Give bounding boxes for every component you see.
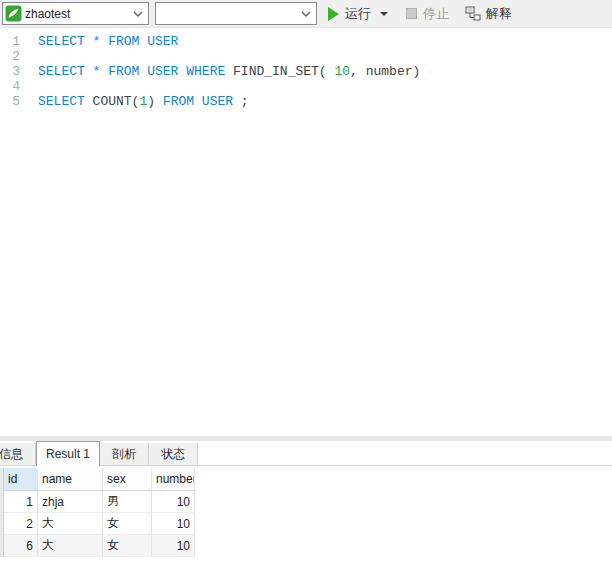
sql-token-number: 10 bbox=[334, 64, 350, 79]
line-number: 3 bbox=[0, 64, 20, 79]
stop-icon bbox=[406, 8, 417, 19]
chevron-down-icon bbox=[130, 11, 146, 17]
line-number: 1 bbox=[0, 34, 20, 49]
grid-cell[interactable]: 10 bbox=[152, 535, 195, 557]
code-line[interactable]: SELECT * FROM USER WHERE FIND_IN_SET( 10… bbox=[38, 64, 420, 79]
line-number-gutter: 12345 bbox=[0, 34, 20, 436]
sql-token-plain: ; bbox=[241, 94, 249, 109]
explain-label: 解释 bbox=[486, 5, 512, 23]
sql-token-plain: FIND_IN_SET( bbox=[233, 64, 334, 79]
grid-cell[interactable]: 大 bbox=[38, 513, 103, 535]
grid-cell[interactable]: 女 bbox=[103, 535, 152, 557]
tab-result-1[interactable]: Result 1 bbox=[36, 441, 100, 466]
explain-button[interactable]: 解释 bbox=[462, 1, 515, 27]
sql-token-plain: ) bbox=[147, 94, 163, 109]
result-tabbar: 信息Result 1剖析状态 bbox=[0, 441, 612, 466]
sql-token-keyword: SELECT bbox=[38, 94, 93, 109]
code-area[interactable]: SELECT * FROM USER SELECT * FROM USER WH… bbox=[20, 34, 420, 436]
table-row: 2大女10 bbox=[0, 513, 612, 535]
column-header-id[interactable]: id bbox=[4, 468, 38, 491]
column-header-sex[interactable]: sex bbox=[103, 468, 152, 491]
explain-plan-icon bbox=[465, 6, 481, 21]
table-row: 6大女10 bbox=[0, 535, 612, 557]
run-button[interactable]: 运行 bbox=[325, 1, 374, 27]
tab-剖析[interactable]: 剖析 bbox=[100, 443, 149, 465]
code-line[interactable] bbox=[38, 49, 420, 64]
grid-cell[interactable]: 女 bbox=[103, 513, 152, 535]
database-select[interactable] bbox=[155, 2, 317, 25]
column-header-name[interactable]: name bbox=[38, 468, 103, 491]
grid-cell[interactable]: 10 bbox=[152, 491, 195, 513]
connection-value: zhaotest bbox=[25, 7, 130, 21]
grid-cell[interactable]: 1 bbox=[4, 491, 38, 513]
caret-down-icon bbox=[380, 12, 388, 16]
grid-cell[interactable]: 大 bbox=[38, 535, 103, 557]
grid-header-row: idnamesexnumber bbox=[0, 468, 612, 491]
code-line[interactable]: SELECT * FROM USER bbox=[38, 34, 420, 49]
grid-cell[interactable]: 2 bbox=[4, 513, 38, 535]
grid-body: 1zhja男102大女106大女10 bbox=[0, 491, 612, 557]
grid-cell[interactable]: 10 bbox=[152, 513, 195, 535]
line-number: 2 bbox=[0, 49, 20, 64]
sql-token-keyword: SELECT * FROM USER WHERE bbox=[38, 64, 233, 79]
sql-token-plain: , number) bbox=[350, 64, 420, 79]
code-line[interactable]: SELECT COUNT(1) FROM USER ; bbox=[38, 94, 420, 109]
column-header-number[interactable]: number bbox=[152, 468, 195, 491]
query-window: zhaotest 运行 停止 bbox=[0, 0, 612, 582]
tab-信息[interactable]: 信息 bbox=[0, 443, 36, 465]
sql-editor[interactable]: 12345 SELECT * FROM USER SELECT * FROM U… bbox=[0, 28, 612, 436]
run-label: 运行 bbox=[345, 5, 371, 23]
connection-icon bbox=[5, 5, 22, 22]
stop-label: 停止 bbox=[423, 5, 449, 23]
query-toolbar: zhaotest 运行 停止 bbox=[0, 0, 612, 28]
stop-button[interactable]: 停止 bbox=[403, 1, 452, 27]
chevron-down-icon bbox=[298, 11, 314, 17]
result-grid: idnamesexnumber 1zhja男102大女106大女10 bbox=[0, 466, 612, 557]
table-row: 1zhja男10 bbox=[0, 491, 612, 513]
run-options-caret[interactable] bbox=[375, 1, 393, 27]
sql-token-keyword: SELECT * FROM USER bbox=[38, 34, 178, 49]
line-number: 4 bbox=[0, 79, 20, 94]
code-line[interactable] bbox=[38, 79, 420, 94]
play-icon bbox=[328, 7, 339, 21]
grid-cell[interactable]: zhja bbox=[38, 491, 103, 513]
sql-token-keyword: FROM USER bbox=[163, 94, 241, 109]
line-number: 5 bbox=[0, 94, 20, 109]
grid-cell[interactable]: 6 bbox=[4, 535, 38, 557]
grid-cell[interactable]: 男 bbox=[103, 491, 152, 513]
sql-token-plain: COUNT( bbox=[93, 94, 140, 109]
tab-状态[interactable]: 状态 bbox=[149, 443, 198, 465]
connection-select[interactable]: zhaotest bbox=[2, 2, 149, 25]
